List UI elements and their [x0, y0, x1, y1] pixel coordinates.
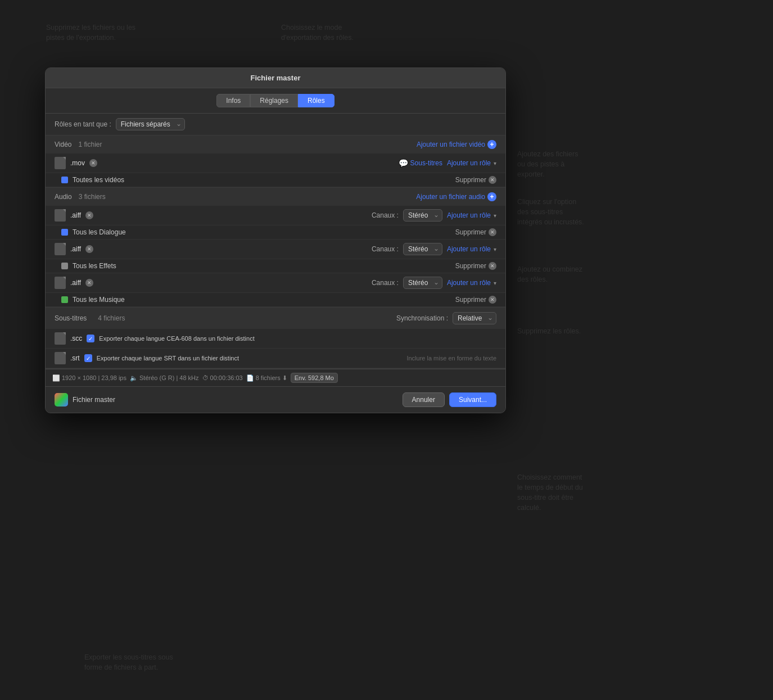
aiff2-role-color	[61, 263, 68, 269]
size-badge: Env. 592,8 Mo	[291, 373, 338, 383]
add-role-aiff1-link[interactable]: Ajouter un rôle ▾	[447, 211, 496, 219]
audio-value: Stéréo (G R) | 48 kHz	[139, 374, 199, 381]
scc-file-row: .scc Exporter chaque langue CEA-608 dans…	[46, 329, 505, 349]
sync-label: Synchronisation :	[396, 314, 448, 322]
mov-file-row: .mov ✕ 💬 Sous-titres Ajouter un rôle ▾	[46, 153, 505, 173]
aiff2-role-delete-icon: ✕	[489, 262, 496, 270]
aiff3-channels-label: Canaux :	[372, 279, 399, 287]
subtitles-link[interactable]: 💬 Sous-titres	[399, 159, 442, 168]
scc-checkbox[interactable]	[87, 335, 94, 342]
aiff1-channels-select[interactable]: Stéréo	[403, 209, 442, 222]
dialog-footer: Fichier master Annuler Suivant...	[46, 386, 505, 413]
video-section-header: Vidéo 1 fichier Ajouter un fichier vidéo…	[46, 136, 505, 153]
annotation-right-4: Supprimez les rôles.	[517, 326, 581, 336]
aiff1-role-delete-icon: ✕	[489, 228, 496, 236]
scc-desc: Exporter chaque langue CEA-608 dans un f…	[99, 335, 254, 342]
screen-icon: ⬜	[52, 374, 60, 382]
audio-section-header: Audio 3 fichiers Ajouter un fichier audi…	[46, 188, 505, 206]
duration-item: ⏱ 00:00:36:03	[202, 374, 243, 381]
srt-file-ext: .srt	[70, 354, 80, 362]
bottom-info: ⬜ 1920 × 1080 | 23,98 ips 🔈 Stéréo (G R)…	[52, 373, 499, 383]
roles-row: Rôles en tant que : Fichiers séparés	[46, 114, 505, 136]
tab-reglages[interactable]: Réglages	[250, 94, 298, 107]
aiff2-role-name: Tous les Effets	[73, 262, 451, 270]
audio-section-title: Audio	[55, 193, 72, 201]
add-video-plus-icon: +	[487, 140, 496, 149]
add-role-aiff2-link[interactable]: Ajouter un rôle ▾	[447, 245, 496, 253]
annotation-right-3: Ajoutez ou combinez des rôles.	[517, 264, 582, 284]
roles-select-wrapper[interactable]: Fichiers séparés	[116, 118, 185, 130]
scc-file-icon	[55, 332, 66, 345]
fps-separator: |	[98, 374, 100, 381]
app-icon	[55, 393, 68, 407]
sync-select[interactable]: Relative	[453, 312, 496, 324]
aiff2-channels-label: Canaux :	[372, 245, 399, 253]
aiff3-channels-select[interactable]: Stéréo	[403, 277, 442, 289]
aiff2-role-delete-btn[interactable]: Supprimer ✕	[455, 262, 496, 270]
aiff3-close-btn[interactable]: ✕	[85, 279, 93, 287]
aiff2-close-btn[interactable]: ✕	[85, 245, 93, 253]
roles-select[interactable]: Fichiers séparés	[116, 118, 185, 130]
aiff3-channels-select-wrapper[interactable]: Stéréo	[403, 277, 442, 289]
add-video-file-link[interactable]: Ajouter un fichier vidéo +	[417, 140, 496, 149]
subtitle-section-header: Sous-titres 4 fichiers Synchronisation :…	[46, 308, 505, 329]
aiff3-file-row: .aiff ✕ Canaux : Stéréo Ajouter un rôle …	[46, 273, 505, 293]
annotation-top-right: Choisissez le mode d'exportation des rôl…	[281, 22, 354, 43]
aiff1-role-delete-btn[interactable]: Supprimer ✕	[455, 228, 496, 236]
add-audio-plus-icon: +	[487, 192, 496, 201]
clock-icon: ⏱	[202, 374, 209, 381]
video-role-color	[61, 177, 68, 183]
aiff3-role-delete-icon: ✕	[489, 296, 496, 304]
annotation-right-5: Choisissez comment le temps de début du …	[517, 472, 583, 513]
aiff2-file-icon	[55, 243, 66, 255]
aiff1-file-ext: .aiff	[70, 211, 81, 219]
aiff1-file-row: .aiff ✕ Canaux : Stéréo Ajouter un rôle …	[46, 206, 505, 225]
add-audio-file-link[interactable]: Ajouter un fichier audio +	[416, 192, 496, 201]
aiff2-file-row: .aiff ✕ Canaux : Stéréo Ajouter un rôle …	[46, 240, 505, 259]
tab-infos[interactable]: Infos	[216, 94, 250, 107]
annotation-right-1: Ajoutez des fichiers ou des pistes à exp…	[517, 149, 578, 179]
subtitle-section-count: 4 fichiers	[98, 314, 392, 322]
video-section-title: Vidéo	[55, 141, 71, 148]
aiff1-role-name: Tous les Dialogue	[73, 228, 451, 236]
audio-item: 🔈 Stéréo (G R) | 48 kHz	[130, 374, 199, 382]
dialog: Fichier master Infos Réglages Rôles Rôle…	[45, 67, 506, 413]
mov-close-btn[interactable]: ✕	[89, 159, 97, 167]
video-role-name: Toutes les vidéos	[73, 176, 451, 184]
aiff1-channels-select-wrapper[interactable]: Stéréo	[403, 209, 442, 222]
video-role-delete-icon: ✕	[489, 176, 496, 184]
srt-checkbox[interactable]	[84, 354, 92, 362]
add-role-video-link[interactable]: Ajouter un rôle ▾	[447, 159, 496, 167]
tab-bar: Infos Réglages Rôles	[46, 88, 505, 114]
sync-select-wrapper[interactable]: Relative	[453, 312, 496, 324]
aiff2-channels-select[interactable]: Stéréo	[403, 243, 442, 255]
annotation-top-left: Supprimez les fichiers ou les pistes de …	[46, 22, 135, 43]
dialog-title: Fichier master	[251, 74, 301, 82]
next-button[interactable]: Suivant...	[449, 392, 496, 407]
audio-section-count: 3 fichiers	[79, 193, 417, 201]
aiff2-channels-select-wrapper[interactable]: Stéréo	[403, 243, 442, 255]
aiff3-role-delete-btn[interactable]: Supprimer ✕	[455, 296, 496, 304]
files-count: 8 fichiers	[256, 374, 281, 381]
srt-include-format: Inclure la mise en forme du texte	[406, 355, 496, 362]
aiff1-role-color	[61, 229, 68, 236]
subtitle-section-title: Sous-titres	[55, 314, 87, 322]
aiff3-file-icon	[55, 277, 66, 289]
files-icon: 📄	[246, 374, 254, 382]
aiff3-file-ext: .aiff	[70, 279, 81, 287]
page-wrapper: Supprimez les fichiers ou les pistes de …	[11, 11, 762, 700]
aiff3-role-row: Tous les Musique Supprimer ✕	[46, 293, 505, 307]
aiff1-file-icon	[55, 209, 66, 222]
srt-file-icon	[55, 352, 66, 364]
aiff1-close-btn[interactable]: ✕	[85, 211, 93, 219]
aiff3-role-name: Tous les Musique	[73, 296, 451, 304]
fps-value: 23,98 ips	[101, 374, 126, 381]
add-role-aiff3-link[interactable]: Ajouter un rôle ▾	[447, 279, 496, 287]
video-role-delete-btn[interactable]: Supprimer ✕	[455, 176, 496, 184]
tab-roles[interactable]: Rôles	[298, 94, 334, 107]
cancel-button[interactable]: Annuler	[403, 392, 445, 407]
audio-icon: 🔈	[130, 374, 138, 382]
audio-section: Audio 3 fichiers Ajouter un fichier audi…	[46, 188, 505, 308]
export-icon: ⬇	[282, 374, 287, 382]
bottom-bar: ⬜ 1920 × 1080 | 23,98 ips 🔈 Stéréo (G R)…	[46, 369, 505, 386]
